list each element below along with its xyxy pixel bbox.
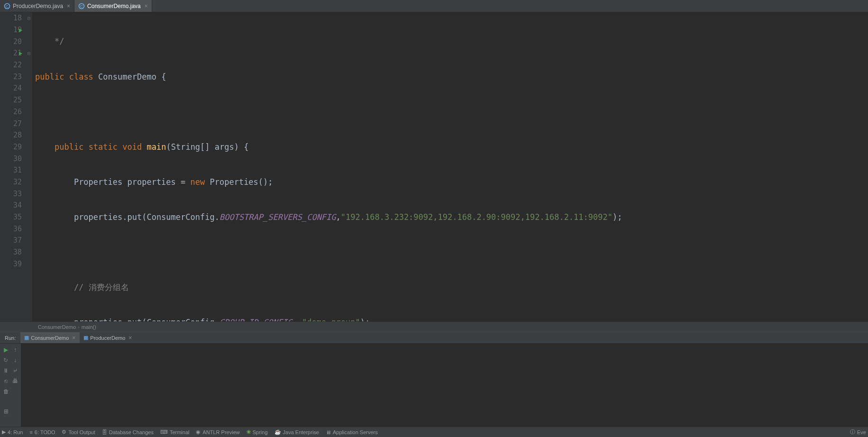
rerun-icon[interactable]: ▶ (2, 346, 9, 354)
spring-icon: ❀ (247, 429, 251, 435)
gutter-line[interactable]: 35 (0, 211, 32, 223)
antlr-icon: ◉ (196, 429, 201, 435)
gutter-line[interactable]: 18⊟ (0, 12, 32, 24)
chevron-right-icon: › (78, 324, 80, 330)
class-file-icon: C (78, 3, 85, 9)
run-tab-producer-demo[interactable]: ▦ ProducerDemo × (80, 332, 136, 343)
database-icon: 🗄 (102, 429, 107, 435)
run-gutter-icon[interactable]: ▶ (19, 27, 22, 33)
run-panel-header: Run: ▦ ConsumerDemo × ▦ ProducerDemo × (0, 332, 868, 344)
bottom-tab-app-servers[interactable]: 🖥Application Servers (326, 429, 378, 435)
svg-text:C: C (80, 4, 83, 9)
close-icon[interactable]: × (72, 335, 75, 341)
gutter-line[interactable]: 22 (0, 59, 32, 71)
gutter-line[interactable]: 23 (0, 71, 32, 82)
fold-icon[interactable]: ⊟ (27, 51, 30, 56)
run-panel-label: Run: (0, 335, 20, 341)
bottom-tab-tool-output[interactable]: ⚙Tool Output (62, 429, 95, 435)
gutter-line[interactable]: 19▶ (0, 24, 32, 36)
terminal-icon: ⌨ (160, 429, 168, 435)
close-icon[interactable]: × (145, 3, 148, 9)
bottom-tab-run[interactable]: ▶4: Run (2, 429, 23, 435)
jee-icon: ☕ (274, 429, 281, 435)
trash-icon[interactable]: 🗑 (2, 387, 10, 396)
tab-label: ConsumerDemo.java (87, 3, 141, 9)
soft-wrap-icon[interactable]: ⤶ (11, 366, 19, 375)
gutter-line[interactable]: 32 (0, 176, 32, 188)
gutter-line[interactable]: 24 (0, 82, 32, 94)
gutter-line[interactable]: 27 (0, 118, 32, 129)
gutter-line[interactable]: 31 (0, 164, 32, 176)
gutter-line[interactable]: 29 (0, 141, 32, 153)
layout-icon[interactable]: ⊞ (2, 407, 10, 416)
up-arrow-icon[interactable]: ↑ (11, 346, 19, 354)
stop-icon[interactable]: ↻ (2, 356, 9, 364)
event-log[interactable]: ⓘEve (850, 428, 866, 436)
tab-consumer-demo[interactable]: C ConsumerDemo.java × (74, 0, 152, 12)
breadcrumb-method[interactable]: main() (82, 324, 96, 330)
gutter-line[interactable]: 30 (0, 153, 32, 164)
gutter-line[interactable]: 36 (0, 223, 32, 235)
run-tool-strip: ▶ ↑ ↻ ↓ ⏸ ⤶ ⎋ 🖶 🗑 ⊞ (0, 344, 21, 427)
svg-text:C: C (6, 4, 9, 9)
gutter-line[interactable]: 37 (0, 235, 32, 246)
bottom-tool-bar: ▶4: Run ≡6: TODO ⚙Tool Output 🗄Database … (0, 427, 868, 437)
exit-icon[interactable]: ⎋ (2, 377, 9, 385)
pause-icon[interactable]: ⏸ (2, 366, 9, 375)
editor-area: 18⊟19▶2021▶⊟2223242526272829303132333435… (0, 12, 868, 321)
run-config-icon: ▦ (83, 335, 88, 341)
run-config-icon: ▦ (24, 335, 29, 341)
class-file-icon: C (4, 3, 10, 9)
print-icon[interactable]: 🖶 (11, 377, 19, 385)
info-icon: ⓘ (850, 428, 855, 436)
gear-icon: ⚙ (62, 429, 66, 435)
tab-producer-demo[interactable]: C ProducerDemo.java × (0, 0, 74, 12)
run-tab-consumer-demo[interactable]: ▦ ConsumerDemo × (20, 332, 80, 343)
breadcrumb-class[interactable]: ConsumerDemo (38, 324, 76, 330)
gutter-line[interactable]: 21▶⊟ (0, 47, 32, 59)
bottom-tab-antlr[interactable]: ◉ANTLR Preview (196, 429, 239, 435)
down-arrow-icon[interactable]: ↓ (11, 356, 19, 364)
bottom-tab-todo[interactable]: ≡6: TODO (29, 429, 55, 435)
bottom-tab-terminal[interactable]: ⌨Terminal (160, 429, 190, 435)
gutter: 18⊟19▶2021▶⊟2223242526272829303132333435… (0, 12, 32, 321)
gutter-line[interactable]: 25 (0, 94, 32, 106)
run-gutter-icon[interactable]: ▶ (19, 50, 22, 56)
gutter-line[interactable]: 20 (0, 36, 32, 47)
run-console-output[interactable] (21, 344, 868, 427)
gutter-line[interactable]: 39 (0, 258, 32, 270)
tab-label: ProducerDemo.java (13, 3, 63, 9)
bottom-tab-spring[interactable]: ❀Spring (247, 429, 268, 435)
gutter-line[interactable]: 33 (0, 188, 32, 200)
bottom-tab-jee[interactable]: ☕Java Enterprise (274, 429, 319, 435)
close-icon[interactable]: × (67, 3, 70, 9)
bottom-tab-db-changes[interactable]: 🗄Database Changes (102, 429, 154, 435)
run-panel: Run: ▦ ConsumerDemo × ▦ ProducerDemo × ▶… (0, 332, 868, 427)
comment: */ (55, 36, 64, 46)
fold-icon[interactable]: ⊟ (27, 16, 30, 21)
server-icon: 🖥 (326, 429, 331, 435)
gutter-line[interactable]: 28 (0, 129, 32, 141)
gutter-line[interactable]: 34 (0, 200, 32, 211)
todo-icon: ≡ (29, 429, 32, 435)
gutter-line[interactable]: 26 (0, 106, 32, 118)
close-icon[interactable]: × (128, 335, 132, 341)
code-editor[interactable]: */ public class ConsumerDemo { public st… (32, 12, 868, 321)
gutter-line[interactable]: 38 (0, 246, 32, 258)
breadcrumb: ConsumerDemo › main() (0, 321, 868, 332)
editor-tab-bar: C ProducerDemo.java × C ConsumerDemo.jav… (0, 0, 868, 12)
run-icon: ▶ (2, 429, 6, 435)
